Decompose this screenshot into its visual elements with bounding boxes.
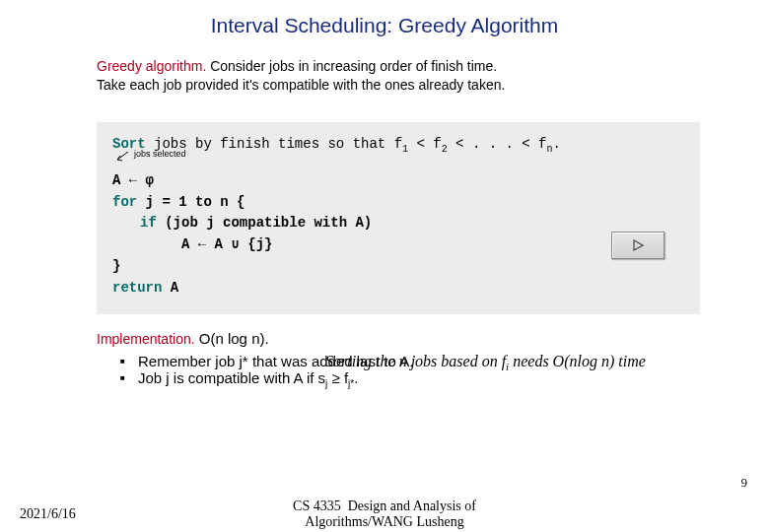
intro-line1: Consider jobs in increasing order of fin… bbox=[206, 58, 497, 74]
sorting-time-note: Sorting the n jobs based on fi needs O(n… bbox=[325, 353, 646, 372]
code-line-return: return A bbox=[112, 278, 684, 299]
kw-return: return bbox=[112, 280, 162, 296]
bullet-2: Job j is compatible with A if sj ≥ fj*. bbox=[120, 369, 741, 389]
intro-line2: Take each job provided it's compatible w… bbox=[97, 77, 505, 93]
impl-bigO: O(n log n). bbox=[195, 330, 269, 347]
impl-head: Implementation. bbox=[97, 331, 195, 347]
code-line-rbrace: } bbox=[112, 256, 684, 278]
code-line-if: if (job j compatible with A) bbox=[112, 213, 684, 234]
kw-for: for bbox=[112, 194, 137, 210]
footer-course: CS 4335 Design and Analysis of Algorithm… bbox=[293, 499, 476, 530]
annotation-label: jobs selected bbox=[134, 148, 186, 162]
play-icon bbox=[631, 238, 645, 252]
code-line-assign: A ← φ bbox=[112, 170, 684, 192]
slide-title: Interval Scheduling: Greedy Algorithm bbox=[0, 14, 769, 37]
svg-marker-0 bbox=[634, 240, 643, 250]
code-sort-line: Sort jobs by finish times so that f1 < f… bbox=[112, 134, 684, 157]
kw-if: if bbox=[140, 215, 157, 231]
media-play-button[interactable] bbox=[611, 232, 664, 259]
page-number: 9 bbox=[741, 475, 748, 491]
code-line-for: for j = 1 to n { bbox=[112, 192, 684, 214]
pseudocode-box: Sort jobs by finish times so that f1 < f… bbox=[97, 122, 700, 314]
annotation-arrow: jobs selected bbox=[114, 150, 186, 164]
intro-text: Greedy algorithm. Consider jobs in incre… bbox=[0, 57, 769, 95]
footer-date: 2021/6/16 bbox=[20, 506, 76, 522]
intro-head: Greedy algorithm. bbox=[97, 58, 206, 74]
code-line-union: A ← A ∪ {j} bbox=[112, 234, 684, 256]
